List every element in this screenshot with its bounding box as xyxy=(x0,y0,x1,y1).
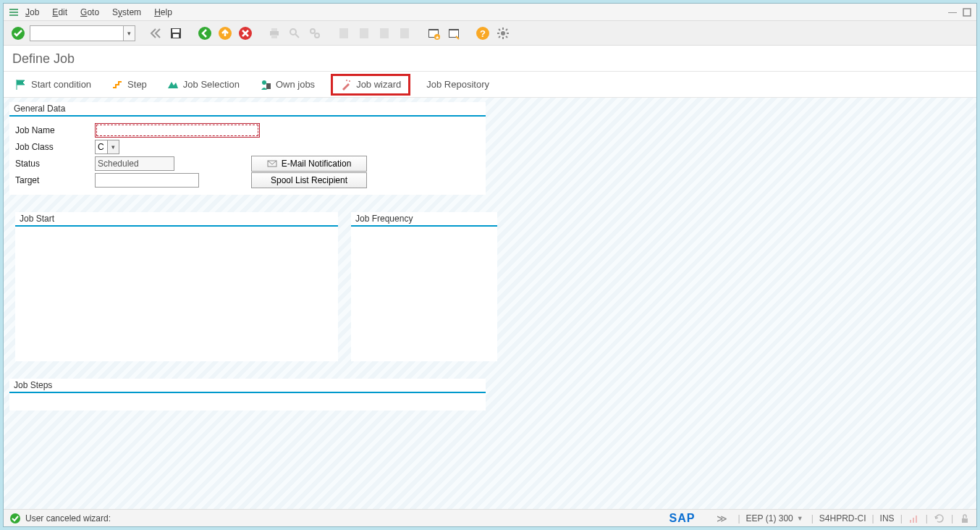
job-selection-label: Job Selection xyxy=(183,79,240,90)
command-field[interactable] xyxy=(30,25,124,41)
prev-page-icon[interactable] xyxy=(355,25,373,42)
status-field xyxy=(95,156,174,171)
svg-point-16 xyxy=(311,29,315,33)
email-notification-button[interactable]: E-Mail Notification xyxy=(251,156,367,172)
signal-icon xyxy=(908,513,920,524)
step-label: Step xyxy=(127,79,147,90)
svg-rect-40 xyxy=(266,83,271,89)
start-condition-button[interactable]: Start condition xyxy=(11,76,96,93)
status-message: User canceled wizard: xyxy=(25,513,111,523)
step-button[interactable]: Step xyxy=(107,76,151,93)
svg-rect-46 xyxy=(913,518,914,523)
svg-point-41 xyxy=(349,80,350,82)
minimize-icon[interactable]: — xyxy=(947,7,958,17)
print-icon[interactable] xyxy=(266,25,283,42)
target-input[interactable] xyxy=(95,173,199,188)
svg-rect-0 xyxy=(9,9,18,10)
job-steps-group: Job Steps xyxy=(9,379,486,411)
spool-recipient-button[interactable]: Spool List Recipient xyxy=(251,172,367,188)
chevron-down-icon[interactable]: ▼ xyxy=(797,515,803,522)
exit-icon[interactable] xyxy=(216,25,234,42)
status-system: EEP (1) 300 xyxy=(746,513,793,523)
svg-rect-18 xyxy=(339,28,348,38)
find-next-icon[interactable] xyxy=(306,25,324,42)
svg-point-8 xyxy=(198,27,211,40)
job-repository-label: Job Repository xyxy=(426,79,489,90)
svg-rect-3 xyxy=(963,9,971,16)
svg-point-14 xyxy=(290,29,296,35)
svg-rect-21 xyxy=(400,28,409,38)
app-menu-icon[interactable] xyxy=(8,7,20,18)
spool-label: Spool List Recipient xyxy=(271,175,347,185)
first-page-icon[interactable] xyxy=(335,25,352,42)
status-ok-icon xyxy=(9,513,21,524)
lock-icon[interactable] xyxy=(959,513,971,524)
svg-rect-13 xyxy=(271,35,277,38)
svg-rect-19 xyxy=(360,28,368,38)
job-steps-title: Job Steps xyxy=(9,379,486,392)
job-selection-button[interactable]: Job Selection xyxy=(163,76,244,93)
last-page-icon[interactable] xyxy=(396,25,413,42)
new-session-icon[interactable]: ★ xyxy=(425,25,442,42)
svg-rect-27 xyxy=(449,30,458,37)
job-repository-button[interactable]: Job Repository xyxy=(422,76,494,93)
job-class-label: Job Class xyxy=(15,142,95,152)
enter-button[interactable] xyxy=(9,25,27,42)
refresh-icon[interactable] xyxy=(934,513,945,524)
toolbar: ▾ ★ ? xyxy=(4,21,976,46)
svg-text:★: ★ xyxy=(435,35,439,40)
own-jobs-button[interactable]: Own jobs xyxy=(255,76,319,93)
svg-rect-45 xyxy=(910,520,911,523)
save-icon[interactable] xyxy=(167,25,185,42)
expand-icon[interactable]: ≫ xyxy=(717,513,727,524)
mail-icon xyxy=(267,159,277,169)
cancel-icon[interactable] xyxy=(237,25,254,42)
job-frequency-title: Job Frequency xyxy=(351,212,497,225)
next-page-icon[interactable] xyxy=(376,25,393,42)
job-start-group: Job Start xyxy=(15,212,338,361)
menu-job[interactable]: Job xyxy=(25,7,39,17)
svg-point-39 xyxy=(262,80,266,85)
email-label: E-Mail Notification xyxy=(282,159,352,169)
job-wizard-button[interactable]: Job wizard xyxy=(340,79,401,91)
job-class-input[interactable] xyxy=(95,140,108,154)
command-dropdown[interactable]: ▾ xyxy=(124,25,135,41)
back-first-icon[interactable] xyxy=(147,25,164,42)
find-icon[interactable] xyxy=(286,25,303,42)
statusbar: User canceled wizard: SAP ≫ | EEP (1) 30… xyxy=(4,509,976,526)
svg-rect-12 xyxy=(271,28,277,31)
person-icon xyxy=(260,79,271,91)
svg-rect-1 xyxy=(9,12,18,13)
job-class-f4-button[interactable]: ▾ xyxy=(108,140,119,154)
svg-rect-7 xyxy=(173,34,179,38)
maximize-icon[interactable] xyxy=(962,7,972,17)
status-server: S4HPRD-CI xyxy=(819,513,866,523)
page-title: Define Job xyxy=(4,46,976,72)
svg-point-44 xyxy=(10,513,20,523)
svg-point-42 xyxy=(346,80,347,81)
job-name-input[interactable] xyxy=(95,123,260,138)
wizard-icon xyxy=(340,79,352,91)
own-jobs-label: Own jobs xyxy=(276,79,315,90)
svg-rect-48 xyxy=(962,518,968,523)
svg-rect-2 xyxy=(9,14,18,16)
menu-system[interactable]: System xyxy=(112,7,141,17)
step-icon xyxy=(111,79,123,91)
general-data-group: General Data Job Name Job Class ▾ Status xyxy=(9,102,486,195)
menu-help[interactable]: Help xyxy=(154,7,172,17)
actionbar: Start condition Step Job Selection Own j… xyxy=(4,72,976,98)
menu-goto[interactable]: Goto xyxy=(80,7,99,17)
mountain-icon xyxy=(167,79,179,91)
svg-point-30 xyxy=(501,31,505,35)
shortcut-icon[interactable] xyxy=(445,25,462,42)
job-frequency-group: Job Frequency xyxy=(351,212,497,361)
svg-point-17 xyxy=(315,33,319,38)
job-name-label: Job Name xyxy=(15,125,95,135)
back-icon[interactable] xyxy=(196,25,214,42)
svg-rect-6 xyxy=(172,29,179,33)
help-icon[interactable]: ? xyxy=(474,25,491,42)
sap-logo: SAP xyxy=(669,512,696,525)
menu-edit[interactable]: Edit xyxy=(52,7,67,17)
flag-icon xyxy=(15,79,27,91)
settings-gear-icon[interactable] xyxy=(494,25,512,42)
